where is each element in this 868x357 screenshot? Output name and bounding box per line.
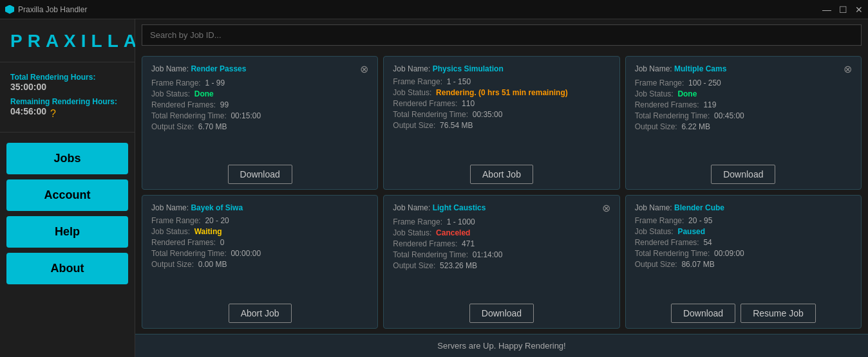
sidebar-stats: Total Rendering Hours: 35:00:00 Remainin… [0,62,135,133]
job-actions: Download Resume Job [635,298,852,323]
frame-range: Frame Range: 1 - 1000 [393,217,610,226]
job-card-header: Job Name: Render Passes ⊗ [151,64,368,75]
job-status: Job Status: Done [635,89,852,98]
job-card-physics-simulation: Job Name: Physics Simulation Frame Range… [383,56,619,190]
main-content: Job Name: Render Passes ⊗ Frame Range: 1… [135,19,868,357]
frame-range: Frame Range: 1 - 150 [393,77,610,86]
job-close-icon[interactable]: ⊗ [602,203,610,214]
rendered-frames: Rendered Frames: 99 [151,100,368,109]
job-status: Job Status: Rendering. (0 hrs 51 min rem… [393,88,610,97]
abort-job-button[interactable]: Abort Job [229,304,292,323]
total-rendering-time: Total Rendering Time: 00:00:00 [151,249,368,258]
frame-range-value: 1 - 99 [205,78,225,87]
frame-range: Frame Range: 1 - 99 [151,78,368,87]
app-icon [5,5,14,14]
resume-job-button[interactable]: Resume Job [741,304,816,323]
job-actions: Abort Job [393,160,610,184]
job-card-blender-cube: Job Name: Blender Cube Frame Range: 20 -… [625,195,862,329]
remaining-hours-value: 04:56:00 [10,106,46,116]
download-button[interactable]: Download [228,165,292,184]
job-card-bayek-of-siwa: Job Name: Bayek of Siwa Frame Range: 20 … [142,195,378,329]
frame-range: Frame Range: 20 - 95 [635,216,852,225]
job-name-label: Job Name: [393,64,430,73]
job-status-value: Done [194,89,214,98]
job-name-label: Job Name: [635,203,672,212]
job-status-value: Paused [677,227,705,236]
minimize-button[interactable]: — [822,5,831,15]
job-name-value: Multiple Cams [674,64,726,73]
output-size: Output Size: 6.22 MB [635,122,852,131]
download-button[interactable]: Download [671,304,735,323]
job-card-light-caustics: Job Name: Light Caustics ⊗ Frame Range: … [383,195,619,329]
job-status-value: Done [677,89,697,98]
nav-help-button[interactable]: Help [6,216,128,248]
search-input[interactable] [142,24,862,46]
job-name-row: Job Name: Blender Cube [635,203,724,212]
output-size: Output Size: 6.70 MB [151,122,368,131]
job-name-row: Job Name: Bayek of Siwa [151,203,243,212]
job-status: Job Status: Done [151,89,368,98]
download-button[interactable]: Download [711,165,775,184]
total-rendering-time: Total Rendering Time: 00:45:00 [635,111,852,120]
total-hours-label: Total Rendering Hours: [10,73,124,82]
job-actions: Download [393,298,610,323]
abort-job-button[interactable]: Abort Job [470,165,533,184]
maximize-button[interactable]: ☐ [839,5,847,15]
output-size: Output Size: 523.26 MB [393,261,610,270]
job-close-icon[interactable]: ⊗ [844,64,852,75]
rendered-frames: Rendered Frames: 54 [635,238,852,247]
frame-range-label: Frame Range: [151,78,201,87]
job-card-render-passes: Job Name: Render Passes ⊗ Frame Range: 1… [142,56,378,190]
rendered-frames: Rendered Frames: 471 [393,239,610,248]
total-hours-value: 35:00:00 [10,82,124,92]
job-name-value: Render Passes [191,64,246,73]
job-actions: Download [635,160,852,184]
jobs-grid: Job Name: Render Passes ⊗ Frame Range: 1… [135,51,868,334]
rendered-frames: Rendered Frames: 0 [151,238,368,247]
remaining-hours-label: Remaining Rendering Hours: [10,97,124,106]
job-actions: Download [151,160,368,184]
nav-jobs-button[interactable]: Jobs [6,143,128,174]
job-status: Job Status: Waiting [151,227,368,236]
total-rendering-time: Total Rendering Time: 00:15:00 [151,111,368,120]
job-name-value: Light Caustics [433,203,486,212]
download-button[interactable]: Download [469,304,534,323]
job-card-multiple-cams: Job Name: Multiple Cams ⊗ Frame Range: 1… [625,56,862,190]
nav-about-button[interactable]: About [6,253,128,284]
job-actions: Abort Job [151,298,368,323]
job-name-label: Job Name: [635,64,672,73]
output-size: Output Size: 0.00 MB [151,260,368,269]
titlebar: Praxilla Job Handler — ☐ ✕ [0,0,868,19]
titlebar-left: Praxilla Job Handler [5,5,87,14]
job-status: Job Status: Canceled [393,228,610,237]
close-button[interactable]: ✕ [855,5,863,15]
job-name-value: Bayek of Siwa [191,203,243,212]
app-title: Praxilla Job Handler [18,5,87,14]
job-close-icon[interactable]: ⊗ [360,64,368,75]
nav-account-button[interactable]: Account [6,179,128,211]
remaining-hours-row: 04:56:00 ? [10,106,124,122]
status-bar: Servers are Up. Happy Rendering! [135,334,868,357]
job-card-header: Job Name: Bayek of Siwa [151,203,368,212]
status-message: Servers are Up. Happy Rendering! [437,341,565,351]
rendered-frames: Rendered Frames: 119 [635,100,852,109]
job-card-header: Job Name: Physics Simulation [393,64,610,73]
job-status-value: Waiting [194,227,222,236]
sidebar: PRAXILLA Total Rendering Hours: 35:00:00… [0,19,135,357]
job-status-value: Rendering. (0 hrs 51 min remaining) [436,88,568,97]
window-controls: — ☐ ✕ [822,5,863,15]
logo: PRAXILLA [0,19,135,62]
job-name-row: Job Name: Render Passes [151,64,246,73]
job-status-value: Canceled [436,228,470,237]
job-card-header: Job Name: Multiple Cams ⊗ [635,64,852,75]
job-name-value: Blender Cube [674,203,724,212]
job-name-value: Physics Simulation [433,64,504,73]
nav-buttons: Jobs Account Help About [0,133,135,295]
rendered-frames: Rendered Frames: 110 [393,99,610,108]
job-name-row: Job Name: Physics Simulation [393,64,503,73]
job-name-label: Job Name: [151,203,189,212]
app-body: PRAXILLA Total Rendering Hours: 35:00:00… [0,19,868,357]
output-size: Output Size: 86.07 MB [635,260,852,269]
question-icon[interactable]: ? [50,108,56,120]
job-status: Job Status: Paused [635,227,852,236]
